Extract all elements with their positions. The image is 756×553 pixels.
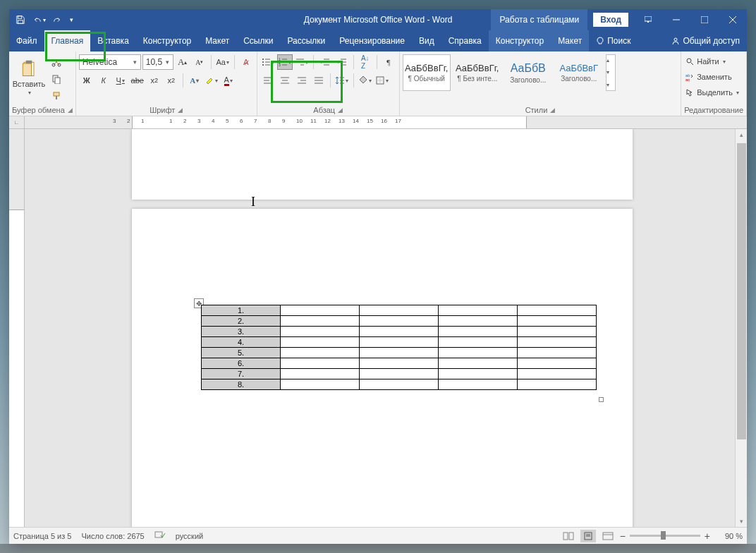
format-painter-icon[interactable] [49, 88, 64, 104]
table-cell[interactable] [281, 369, 360, 379]
table-cell[interactable] [360, 327, 439, 337]
minimize-icon[interactable] [662, 9, 690, 30]
signin-button[interactable]: Вход [593, 13, 628, 27]
change-case-icon[interactable]: Aa▾ [215, 54, 231, 70]
save-icon[interactable] [12, 11, 29, 28]
ribbon-display-options-icon[interactable] [634, 9, 662, 30]
ruler-corner[interactable]: ∟ [9, 116, 25, 128]
table-cell[interactable] [360, 316, 439, 327]
font-color-icon[interactable]: A▾ [221, 73, 236, 88]
table-cell[interactable] [360, 369, 439, 379]
zoom-level[interactable]: 90 % [714, 532, 743, 540]
table-cell[interactable] [439, 316, 518, 327]
table-cell[interactable] [281, 305, 360, 316]
scroll-thumb[interactable] [737, 143, 746, 439]
text-effects-icon[interactable]: A▾ [187, 73, 202, 88]
bullets-icon[interactable]: ▾ [260, 54, 276, 70]
shading-icon[interactable]: ▾ [358, 73, 373, 88]
table-cell[interactable] [439, 369, 518, 379]
tab-references[interactable]: Ссылки [236, 30, 280, 51]
status-language[interactable]: русский [176, 532, 203, 540]
select-button[interactable]: Выделить▾ [684, 85, 740, 99]
table-cell-numbered[interactable]: 4. [202, 337, 281, 348]
view-print-icon[interactable] [580, 530, 596, 542]
table-cell[interactable] [281, 379, 360, 390]
status-words[interactable]: Число слов: 2675 [81, 532, 144, 540]
align-left-icon[interactable] [260, 73, 276, 88]
tab-design[interactable]: Конструктор [136, 30, 198, 51]
table-cell[interactable] [518, 316, 597, 327]
borders-icon[interactable]: ▾ [374, 73, 390, 88]
font-dialog-launcher[interactable]: ◢ [178, 107, 183, 114]
subscript-icon[interactable]: x2 [147, 73, 162, 88]
ruler-vertical[interactable] [9, 129, 25, 527]
tab-home[interactable]: Главная [44, 30, 91, 51]
clear-formatting-icon[interactable]: A̷ [238, 54, 254, 70]
table-cell-numbered[interactable]: 5. [202, 348, 281, 358]
status-page[interactable]: Страница 5 из 5 [13, 532, 71, 540]
tab-layout[interactable]: Макет [198, 30, 236, 51]
replace-button[interactable]: abacЗаменить [684, 70, 740, 84]
show-marks-icon[interactable]: ¶ [381, 54, 396, 70]
bold-button[interactable]: Ж [79, 73, 94, 88]
table-cell-numbered[interactable]: 1. [202, 305, 281, 316]
grow-font-icon[interactable]: A▴ [175, 54, 190, 70]
table-cell[interactable] [360, 305, 439, 316]
table-cell[interactable] [518, 327, 597, 337]
table-cell[interactable] [360, 348, 439, 358]
superscript-icon[interactable]: x2 [164, 73, 179, 88]
view-read-icon[interactable] [561, 530, 576, 542]
page-canvas[interactable]: I ✥ 1.2.3.4.5.6.7.8. [25, 129, 735, 527]
table-cell-numbered[interactable]: 2. [202, 316, 281, 327]
table-cell[interactable] [439, 305, 518, 316]
table-cell[interactable] [439, 358, 518, 369]
qat-customize-icon[interactable]: ▾ [67, 11, 75, 28]
table-cell[interactable] [281, 327, 360, 337]
copy-icon[interactable] [49, 71, 64, 87]
tab-view[interactable]: Вид [412, 30, 441, 51]
multilevel-list-icon[interactable]: ▾ [294, 54, 310, 70]
table-cell[interactable] [281, 348, 360, 358]
find-button[interactable]: Найти▾ [684, 54, 740, 68]
table-cell[interactable] [518, 337, 597, 348]
table-cell[interactable] [281, 358, 360, 369]
tell-me-search[interactable]: Поиск [589, 30, 638, 51]
table-cell[interactable] [439, 327, 518, 337]
font-name-combo[interactable]: Helvetica▾ [79, 54, 141, 70]
highlight-icon[interactable]: ▾ [204, 73, 219, 88]
spellcheck-icon[interactable] [154, 531, 166, 541]
close-icon[interactable] [719, 9, 747, 30]
table-resize-handle[interactable] [599, 397, 604, 402]
table-cell[interactable] [439, 348, 518, 358]
align-right-icon[interactable] [294, 73, 310, 88]
zoom-in-icon[interactable]: + [705, 530, 710, 542]
zoom-slider[interactable] [630, 535, 700, 537]
maximize-icon[interactable] [690, 9, 719, 30]
decrease-indent-icon[interactable] [317, 54, 333, 70]
sort-icon[interactable]: A↓Z [358, 54, 373, 70]
table-cell[interactable] [439, 337, 518, 348]
table-cell[interactable] [439, 379, 518, 390]
page-previous[interactable] [132, 129, 633, 200]
tab-mailings[interactable]: Рассылки [280, 30, 332, 51]
align-center-icon[interactable] [277, 73, 293, 88]
table-cell[interactable] [360, 379, 439, 390]
table-cell[interactable] [518, 348, 597, 358]
style-heading1[interactable]: АаБбВЗаголово... [504, 54, 552, 91]
cut-icon[interactable] [49, 54, 64, 70]
style-normal[interactable]: АаБбВвГг,¶ Обычный [403, 54, 451, 91]
shrink-font-icon[interactable]: A▾ [192, 54, 207, 70]
italic-button[interactable]: К [96, 73, 111, 88]
tab-review[interactable]: Рецензирование [332, 30, 412, 51]
table-cell-numbered[interactable]: 6. [202, 358, 281, 369]
table-cell[interactable] [360, 358, 439, 369]
style-no-spacing[interactable]: АаБбВвГг,¶ Без инте... [453, 54, 501, 91]
increase-indent-icon[interactable] [334, 54, 350, 70]
tab-table-layout[interactable]: Макет [551, 30, 589, 51]
numbering-icon[interactable]: 123▾ [277, 54, 293, 70]
zoom-out-icon[interactable]: − [620, 530, 626, 542]
redo-icon[interactable] [49, 11, 66, 28]
paragraph-dialog-launcher[interactable]: ◢ [338, 107, 343, 114]
table-cell[interactable] [281, 337, 360, 348]
table-cell[interactable] [518, 379, 597, 390]
